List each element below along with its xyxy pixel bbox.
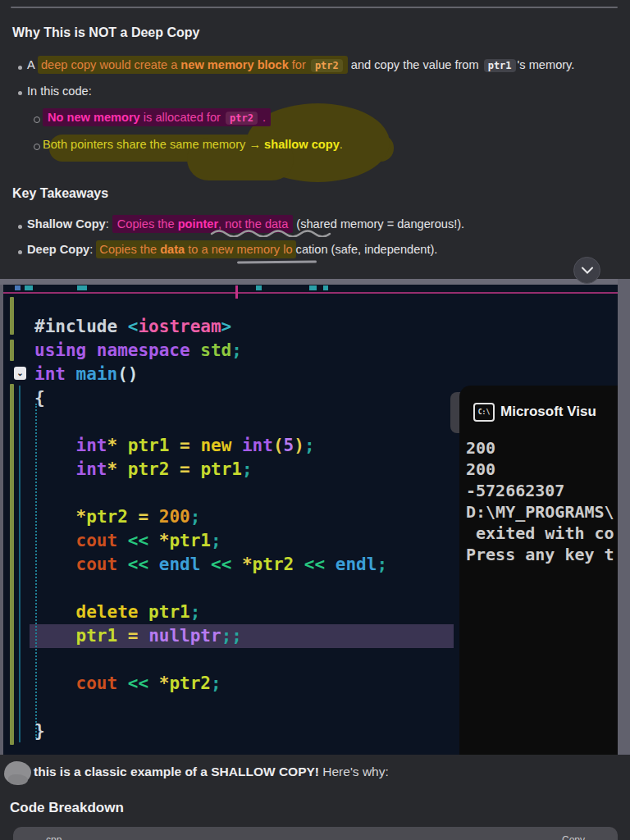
code-line: cout << *ptr1; [34,529,387,553]
debug-console-window[interactable]: C:\ Microsoft Visu 200200-572662307D:\MY… [459,386,618,755]
redacted-emoji-blob [8,774,28,785]
kt1-label: Shallow Copy [27,217,106,231]
sub1-tail: . [259,111,266,124]
gutter-change-bar [10,340,14,361]
code-line [34,482,387,505]
code-line [34,696,387,719]
kt2-hl-pre: Copies the [99,243,160,256]
bullet-deep-copy-takeaway: Deep Copy: Copies the data to a new memo… [27,243,437,256]
squiggle-underline [210,230,333,237]
bullet-marker [18,225,22,229]
kt1-hl-pre: Copies the [117,217,178,231]
highlight-olive: Copies the data to a new memory lo [96,240,295,258]
straight-underline [237,260,317,263]
code-line: using namespace std; [34,339,387,363]
scope-guide-line [19,386,21,742]
gutter-change-bar [10,297,14,335]
minimap-tick [256,285,262,290]
minimap-tick [309,285,317,290]
sub-bullet-marker [34,116,40,123]
bullet1-pre: A [27,58,38,71]
heading-code-breakdown: Code Breakdown [10,800,124,816]
sub2-pre: Both pointers share the same memory → [43,138,264,151]
copy-button[interactable]: Copy [562,834,585,840]
heading-not-deep-copy: Why This is NOT a Deep Copy [12,25,199,40]
code-line: cout << *ptr2; [34,672,387,696]
inline-code-ptr2: ptr2 [226,112,258,125]
divider [11,7,618,8]
kt1-hl-bold: pointer [178,217,218,231]
bullet-marker [18,66,22,70]
screenshot-left-border [0,285,3,755]
code-line [34,410,387,434]
bullet-in-this-code: In this code: [27,84,92,98]
code-line: delete ptr1; [34,600,387,624]
code-line: int main() [34,363,387,386]
code-line: *ptr2 = 200; [34,505,387,529]
console-line: exited with co [466,523,614,544]
sub2-bold: shallow copy [264,138,340,151]
bullet1-hl1: deep copy would create a [41,58,180,71]
minimap-tick [323,285,328,290]
highlight-magenta: No new memory is allocated for ptr2 . [43,108,271,126]
chat-screen: Why This is NOT a Deep Copy A deep copy … [0,0,630,840]
kt1-sep: : [106,217,112,231]
kt2-hl-post: to a new memory lo [185,243,292,256]
console-line: 200 [466,459,614,480]
kt2-tail: cation (safe, independent). [296,243,438,256]
message-bold: this is a classic example of a SHALLOW C… [34,765,319,778]
bullet1-hl2: for [289,58,309,71]
chevron-down-icon [582,267,593,274]
code-line: } [34,719,387,743]
kt2-label: Deep Copy [27,243,89,256]
editor-top-accent-line [3,292,618,294]
sub1-bold: No new memory [48,111,140,124]
assistant-message-intro: this is a classic example of a SHALLOW C… [34,765,389,779]
message-rest: Here's why: [319,765,389,778]
minimap-tick [25,285,33,290]
console-output: 200200-572662307D:\MY_PROGRAMS\ exited w… [466,437,614,565]
code-line: int* ptr2 = ptr1; [34,458,387,482]
console-line: -572662307 [466,480,614,501]
bullet-marker [18,250,22,254]
inline-code-ptr1: ptr1 [484,59,516,72]
code-line: cout << endl << *ptr2 << endl; [34,553,387,577]
gutter-change-bar [10,384,14,745]
code-lines: #include <iostream>using namespace std;i… [34,315,387,743]
minimap-tick [15,285,21,290]
code-line [34,648,387,672]
sub1-rest: is allocated for [140,111,224,124]
code-block-language: cpp [46,834,62,840]
heading-key-takeaways: Key Takeaways [12,186,108,201]
console-line: Press any key t [466,544,614,565]
kt2-hl-bold: data [160,243,185,256]
bullet-shallow-copy-takeaway: Shallow Copy: Copies the pointer, not th… [27,217,464,231]
kt1-hl-post: , not the data [218,217,288,231]
bullet-deep-copy: A deep copy would create a new memory bl… [27,58,574,71]
console-line: D:\MY_PROGRAMS\ [466,501,614,523]
screenshot-right-border [618,279,630,755]
screenshot-top-border [0,279,630,285]
console-window-title: Microsoft Visu [500,404,596,420]
bullet-marker [18,91,22,95]
inline-code-ptr2: ptr2 [311,59,343,72]
minimap-tick [235,285,238,299]
kt1-tail: (shared memory = dangerous!). [293,217,464,231]
code-line [34,577,387,600]
code-line: #include <iostream> [34,315,387,339]
highlight-olive: deep copy would create a new memory bloc… [38,56,348,74]
minimap-tick [77,285,87,290]
code-block-header: cpp Copy [13,827,618,840]
sub-bullet-no-new-memory: No new memory is allocated for ptr2 . [43,111,271,124]
sub2-tail: . [340,138,343,151]
bullet1-mid: and copy the value from [348,58,482,71]
console-icon: C:\ [473,403,495,422]
fold-icon[interactable]: ⌄ [14,367,26,380]
code-line: { [34,386,387,410]
bullet1-hl1-bold: new memory block [180,58,288,71]
scroll-down-button[interactable] [573,257,600,284]
bullet1-tail: 's memory. [518,58,575,71]
code-line: ptr1 = nullptr;; [34,624,387,648]
sub-bullet-marker [34,144,40,150]
sub-bullet-shallow-copy: Both pointers share the same memory → sh… [43,138,630,151]
